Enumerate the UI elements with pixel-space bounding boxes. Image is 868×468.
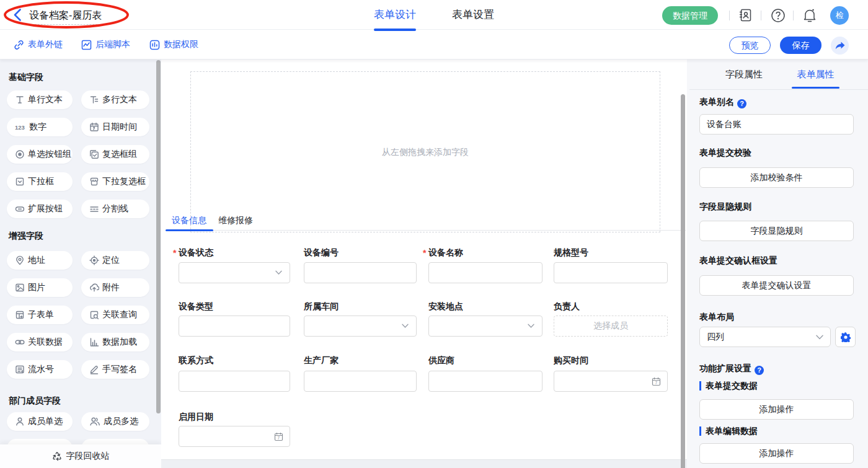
svg-text:123: 123 <box>15 124 25 131</box>
svg-text:7: 7 <box>278 436 280 440</box>
svg-text:7: 7 <box>655 381 658 385</box>
